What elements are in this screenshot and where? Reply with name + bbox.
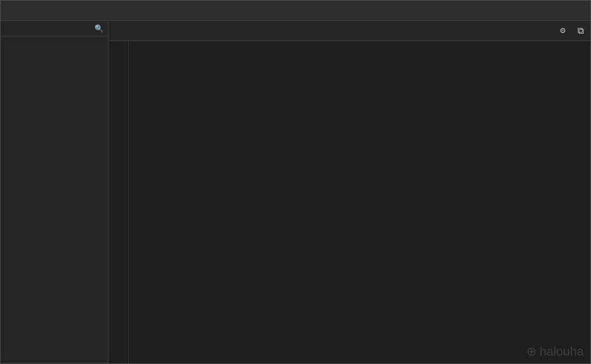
- search-input[interactable]: [5, 25, 92, 33]
- line-numbers: [109, 41, 129, 363]
- code-header: ⚙ ⧉: [109, 21, 590, 41]
- code-content: [129, 41, 590, 363]
- search-icon: 🔍: [94, 24, 103, 33]
- sidebar: 🔍: [1, 21, 109, 363]
- header-actions: ⚙ ⧉: [551, 26, 584, 36]
- code-body[interactable]: ⊕ halouha: [109, 41, 590, 363]
- gear-icon: ⚙: [560, 26, 566, 35]
- title-bar: [1, 1, 590, 21]
- main-window: 🔍 ⚙ ⧉ ⊕ halouha: [0, 0, 591, 364]
- main-content: 🔍 ⚙ ⧉ ⊕ halouha: [1, 21, 590, 363]
- sidebar-search: 🔍: [1, 21, 108, 37]
- close-button[interactable]: [577, 10, 584, 12]
- sidebar-list: [1, 37, 108, 363]
- copy-button[interactable]: ⧉: [578, 26, 584, 36]
- code-panel: ⚙ ⧉ ⊕ halouha: [109, 21, 590, 363]
- settings-button[interactable]: ⚙: [560, 26, 569, 35]
